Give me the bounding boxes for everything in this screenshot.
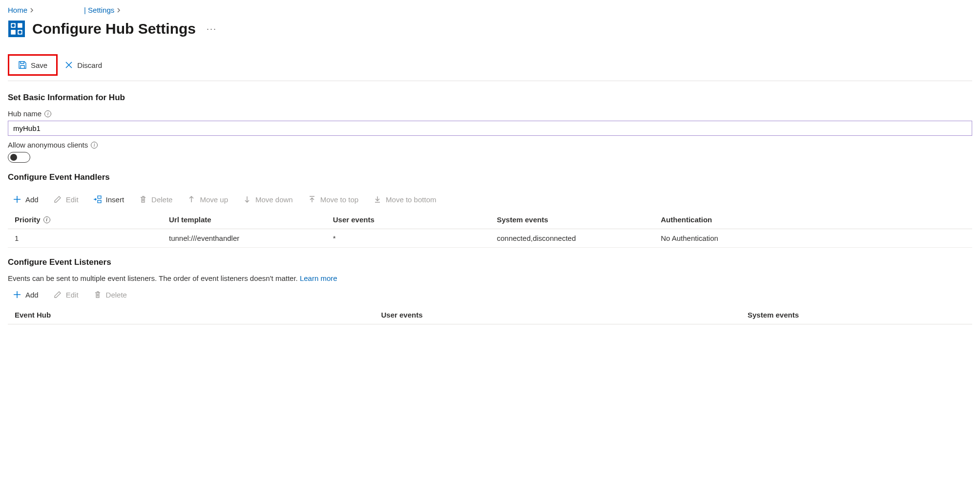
move-top-label: Move to top	[320, 195, 358, 204]
pencil-icon	[53, 290, 62, 299]
info-icon[interactable]: i	[91, 142, 98, 149]
arrow-up-icon	[187, 195, 196, 204]
insert-icon	[93, 195, 102, 204]
cell-authentication: No Authentication	[654, 229, 972, 248]
edit-handler-button[interactable]: Edit	[50, 193, 82, 206]
listeners-table: Event Hub User events System events	[8, 306, 972, 324]
hub-name-input[interactable]	[8, 121, 972, 136]
save-icon	[18, 61, 27, 69]
breadcrumb: Home | Settings	[8, 6, 972, 14]
allow-anon-label: Allow anonymous clients i	[8, 141, 972, 149]
svg-point-5	[12, 24, 15, 27]
move-up-label: Move up	[200, 195, 228, 204]
trash-icon	[93, 290, 102, 299]
svg-rect-3	[11, 30, 16, 35]
move-up-button[interactable]: Move up	[184, 193, 231, 206]
listeners-description-text: Events can be sent to multiple event lis…	[8, 274, 300, 282]
close-icon	[64, 61, 73, 69]
arrow-down-icon	[243, 195, 251, 204]
svg-rect-7	[98, 196, 101, 198]
cell-user-events: *	[326, 229, 490, 248]
col-listener-system-events: System events	[741, 306, 972, 324]
save-button[interactable]: Save	[13, 58, 52, 72]
insert-handler-button[interactable]: Insert	[90, 193, 127, 206]
info-icon[interactable]: i	[44, 110, 51, 117]
add-handler-button[interactable]: Add	[10, 193, 42, 206]
allow-anon-label-text: Allow anonymous clients	[8, 141, 88, 149]
move-top-button[interactable]: Move to top	[305, 193, 361, 206]
handlers-table: Priority i Url template User events Syst…	[8, 211, 972, 248]
col-system-events: System events	[490, 211, 654, 229]
arrow-bottom-icon	[373, 195, 382, 204]
col-priority-label: Priority	[15, 215, 41, 224]
page-header: Configure Hub Settings ···	[8, 20, 972, 38]
edit-listener-label: Edit	[66, 291, 79, 299]
discard-label: Discard	[77, 61, 102, 69]
hub-name-label-text: Hub name	[8, 109, 42, 118]
arrow-top-icon	[308, 195, 316, 204]
listeners-header-row: Event Hub User events System events	[8, 306, 972, 324]
col-authentication: Authentication	[654, 211, 972, 229]
cell-system-events: connected,disconnected	[490, 229, 654, 248]
listeners-description: Events can be sent to multiple event lis…	[8, 274, 972, 282]
save-button-highlight: Save	[8, 54, 58, 76]
pencil-icon	[53, 195, 62, 204]
col-url-template: Url template	[162, 211, 326, 229]
breadcrumb-home[interactable]: Home	[8, 6, 27, 14]
svg-rect-0	[8, 21, 25, 37]
svg-rect-8	[98, 200, 101, 203]
svg-point-6	[19, 31, 21, 34]
section-handlers-title: Configure Event Handlers	[8, 172, 972, 182]
toggle-knob	[10, 154, 17, 161]
discard-button[interactable]: Discard	[60, 58, 107, 72]
hub-settings-icon	[8, 20, 25, 38]
insert-label: Insert	[106, 195, 125, 204]
hub-name-label: Hub name i	[8, 109, 972, 118]
edit-label: Edit	[66, 195, 79, 204]
table-row[interactable]: 1 tunnel:///eventhandler * connected,dis…	[8, 229, 972, 248]
move-down-label: Move down	[255, 195, 293, 204]
more-options-button[interactable]: ···	[207, 24, 217, 34]
move-down-button[interactable]: Move down	[240, 193, 296, 206]
handlers-header-row: Priority i Url template User events Syst…	[8, 211, 972, 229]
col-user-events: User events	[326, 211, 490, 229]
col-event-hub: Event Hub	[8, 306, 375, 324]
section-listeners-title: Configure Event Listeners	[8, 257, 972, 267]
save-label: Save	[31, 61, 47, 69]
command-bar: Save Discard	[8, 51, 972, 81]
delete-listener-label: Delete	[106, 291, 127, 299]
col-priority: Priority i	[8, 211, 162, 229]
cell-url-template: tunnel:///eventhandler	[162, 229, 326, 248]
svg-rect-2	[18, 23, 22, 28]
delete-handler-button[interactable]: Delete	[136, 193, 175, 206]
chevron-right-icon	[30, 8, 34, 13]
add-listener-button[interactable]: Add	[10, 288, 42, 301]
plus-icon	[13, 195, 21, 204]
cell-priority: 1	[8, 229, 162, 248]
learn-more-link[interactable]: Learn more	[300, 274, 337, 282]
move-bottom-label: Move to bottom	[386, 195, 436, 204]
allow-anon-toggle[interactable]	[8, 152, 30, 163]
plus-icon	[13, 290, 21, 299]
page-title: Configure Hub Settings	[32, 21, 196, 37]
col-listener-user-events: User events	[375, 306, 741, 324]
trash-icon	[139, 195, 147, 204]
add-listener-label: Add	[25, 291, 39, 299]
edit-listener-button[interactable]: Edit	[50, 288, 82, 301]
section-basic-title: Set Basic Information for Hub	[8, 93, 972, 103]
listeners-toolbar: Add Edit Delete	[8, 284, 972, 305]
add-label: Add	[25, 195, 39, 204]
chevron-right-icon	[117, 8, 121, 13]
move-bottom-button[interactable]: Move to bottom	[370, 193, 439, 206]
delete-listener-button[interactable]: Delete	[90, 288, 130, 301]
breadcrumb-settings[interactable]: | Settings	[84, 6, 114, 14]
delete-label: Delete	[151, 195, 172, 204]
handlers-toolbar: Add Edit Insert Delete Move up Move down	[8, 189, 972, 210]
info-icon[interactable]: i	[43, 216, 50, 223]
